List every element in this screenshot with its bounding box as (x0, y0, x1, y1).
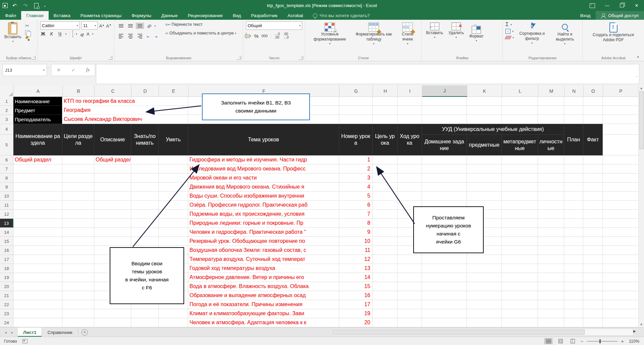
tell-me-box[interactable]: Что вы хотите сделать? (308, 11, 374, 20)
cell-E10[interactable] (159, 192, 188, 201)
cell-K10[interactable] (467, 192, 502, 201)
cell-E9[interactable] (159, 183, 188, 192)
increase-decimal-icon[interactable]: ←.0.00 (274, 32, 280, 39)
expand-formula-bar-icon[interactable]: ⌄ (635, 74, 638, 78)
cell-O17[interactable] (583, 255, 603, 264)
cell-M15[interactable] (538, 237, 564, 246)
format-cells-button[interactable]: Формат▾ (468, 21, 485, 44)
cell-N22[interactable] (564, 300, 583, 309)
column-header-M[interactable]: M (538, 85, 565, 97)
cell-P15[interactable] (603, 237, 639, 246)
cell-F6[interactable]: Гидросфера и методы её изучения. Части г… (188, 155, 339, 164)
cell-N21[interactable] (564, 291, 583, 300)
cell-J18[interactable] (422, 264, 467, 273)
column-header-I[interactable]: I (398, 85, 422, 97)
sheet-nav-right-icon[interactable]: ▸ (11, 330, 13, 335)
zoom-in-icon[interactable]: + (621, 340, 624, 343)
cell-L6[interactable] (502, 155, 538, 164)
cell-F14[interactable]: Человек и гидросфера. Практическая работ… (188, 228, 339, 237)
cell-G7[interactable]: 2 (339, 164, 373, 174)
cell-D15[interactable] (131, 237, 159, 246)
cell-K17[interactable] (467, 255, 502, 264)
font-dialog-launcher[interactable]: ↘ (108, 56, 112, 60)
cell-N1[interactable] (564, 97, 583, 106)
cell-K20[interactable] (467, 282, 502, 291)
cell-B19[interactable] (62, 273, 94, 282)
tab-file[interactable]: Файл (0, 11, 21, 20)
cell-L24[interactable] (502, 318, 538, 327)
cell-H1[interactable] (373, 97, 397, 106)
cell-O15[interactable] (583, 237, 603, 246)
cell-O8[interactable] (583, 174, 603, 183)
page-break-view-icon[interactable] (568, 338, 577, 344)
cell-M3[interactable] (538, 115, 564, 124)
alignment-dialog-launcher[interactable]: ↘ (237, 56, 241, 60)
cell-L15[interactable] (502, 237, 538, 246)
zoom-out-icon[interactable]: − (580, 340, 583, 343)
close-button[interactable]: ✕ (629, 0, 644, 11)
cell-C8[interactable] (94, 174, 131, 183)
cell-P7[interactable] (603, 164, 639, 174)
column-header-H[interactable]: H (373, 85, 398, 97)
column-header-J[interactable]: J (422, 85, 467, 97)
cell-J2[interactable] (422, 106, 467, 115)
cell-B3[interactable]: Сысоев Александр Викторович (62, 115, 159, 124)
cell-A16[interactable] (13, 246, 62, 255)
cell-D9[interactable] (131, 183, 159, 192)
cell-O22[interactable] (583, 300, 603, 309)
cell-O23[interactable] (583, 309, 603, 318)
column-header-N[interactable]: N (565, 85, 584, 97)
cell-L10[interactable] (502, 192, 538, 201)
cell-H18[interactable] (373, 264, 397, 273)
row-header-8[interactable]: 8 (0, 174, 13, 183)
comma-style-icon[interactable]: 000 (262, 34, 268, 38)
cell-P5[interactable] (603, 135, 639, 155)
align-top-icon[interactable] (117, 23, 125, 29)
name-box-dropdown-icon[interactable]: ▾ (43, 68, 45, 72)
conditional-formatting-button[interactable]: Условное форматирование▾ (308, 21, 352, 47)
cell-B6[interactable] (62, 155, 94, 164)
header-cell-A[interactable]: Наименование раздела (13, 124, 62, 155)
cell-A7[interactable] (13, 164, 62, 174)
cell-J8[interactable] (422, 174, 467, 183)
cell-O9[interactable] (583, 183, 603, 192)
cell-G22[interactable]: 17 (339, 300, 373, 309)
cell-O16[interactable] (583, 246, 603, 255)
cell-M7[interactable] (538, 164, 564, 174)
zoom-slider[interactable] (587, 341, 618, 342)
header-cell-I[interactable]: Ход урока (397, 124, 422, 155)
cell-M21[interactable] (538, 291, 564, 300)
normal-view-icon[interactable] (544, 338, 553, 344)
cell-G6[interactable]: 1 (339, 155, 373, 164)
cell-D24[interactable] (131, 318, 159, 327)
cell-G12[interactable]: 7 (339, 210, 373, 219)
cell-A10[interactable] (13, 192, 62, 201)
row-header-3[interactable]: 3 (0, 115, 13, 124)
cell-A20[interactable] (13, 282, 62, 291)
cell-P20[interactable] (603, 282, 639, 291)
italic-button[interactable]: К (49, 31, 54, 37)
cell-J24[interactable] (422, 318, 467, 327)
cell-K6[interactable] (467, 155, 502, 164)
row-header-7[interactable]: 7 (0, 164, 13, 174)
save-icon[interactable] (3, 3, 8, 8)
cell-K19[interactable] (467, 273, 502, 282)
cell-O18[interactable] (583, 264, 603, 273)
row-header-15[interactable]: 15 (0, 237, 13, 246)
cell-E12[interactable] (159, 210, 188, 219)
cell-G23[interactable]: 19 (339, 309, 373, 318)
cell-G11[interactable]: 6 (339, 201, 373, 210)
tab-page-layout[interactable]: Разметка страницы (75, 11, 126, 20)
cell-I8[interactable] (397, 174, 422, 183)
cell-F23[interactable]: Климат и климатообразующие факторы. Зави (188, 309, 339, 318)
header-cell-J[interactable]: Домашнее задание (422, 135, 467, 155)
cell-M9[interactable] (538, 183, 564, 192)
cell-G24[interactable]: 20 (339, 318, 373, 327)
font-family-select[interactable]: Calibri▾ (40, 21, 80, 29)
cell-L13[interactable] (502, 219, 538, 228)
cell-C12[interactable] (94, 210, 131, 219)
ribbon-display-options-icon[interactable] (585, 0, 600, 11)
cell-A15[interactable] (13, 237, 62, 246)
cell-I6[interactable] (397, 155, 422, 164)
align-bottom-icon[interactable] (136, 23, 144, 29)
